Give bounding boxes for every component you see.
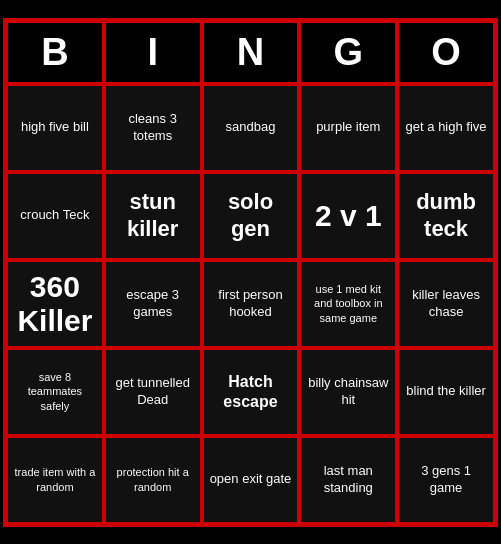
header-n: N [202, 21, 300, 84]
bingo-cell-12[interactable]: first person hooked [202, 260, 300, 348]
cell-text-9: dumb teck [403, 189, 489, 242]
bingo-cell-15[interactable]: save 8 teammates safely [6, 348, 104, 436]
bingo-card: B I N G O high five billcleans 3 totemss… [3, 18, 498, 527]
cell-text-14: killer leaves chase [403, 287, 489, 321]
cell-text-24: 3 gens 1 game [403, 463, 489, 497]
cell-text-17: Hatch escape [208, 372, 294, 410]
header-i: I [104, 21, 202, 84]
bingo-cell-19[interactable]: blind the killer [397, 348, 495, 436]
cell-text-4: get a high five [406, 119, 487, 136]
bingo-grid: high five billcleans 3 totemssandbagpurp… [6, 84, 495, 524]
bingo-cell-0[interactable]: high five bill [6, 84, 104, 172]
bingo-cell-7[interactable]: solo gen [202, 172, 300, 260]
cell-text-11: escape 3 games [110, 287, 196, 321]
bingo-cell-5[interactable]: crouch Teck [6, 172, 104, 260]
bingo-cell-6[interactable]: stun killer [104, 172, 202, 260]
header-g: G [299, 21, 397, 84]
bingo-cell-21[interactable]: protection hit a random [104, 436, 202, 524]
bingo-cell-3[interactable]: purple item [299, 84, 397, 172]
cell-text-16: get tunnelled Dead [110, 375, 196, 409]
cell-text-8: 2 v 1 [315, 199, 382, 233]
cell-text-7: solo gen [208, 189, 294, 242]
cell-text-22: open exit gate [210, 471, 292, 488]
cell-text-1: cleans 3 totems [110, 111, 196, 145]
bingo-cell-16[interactable]: get tunnelled Dead [104, 348, 202, 436]
bingo-cell-9[interactable]: dumb teck [397, 172, 495, 260]
cell-text-21: protection hit a random [110, 465, 196, 494]
cell-text-12: first person hooked [208, 287, 294, 321]
bingo-cell-18[interactable]: billy chainsaw hit [299, 348, 397, 436]
cell-text-20: trade item with a random [12, 465, 98, 494]
bingo-cell-17[interactable]: Hatch escape [202, 348, 300, 436]
bingo-cell-11[interactable]: escape 3 games [104, 260, 202, 348]
bingo-cell-23[interactable]: last man standing [299, 436, 397, 524]
bingo-cell-24[interactable]: 3 gens 1 game [397, 436, 495, 524]
bingo-cell-4[interactable]: get a high five [397, 84, 495, 172]
cell-text-0: high five bill [21, 119, 89, 136]
cell-text-6: stun killer [110, 189, 196, 242]
cell-text-18: billy chainsaw hit [305, 375, 391, 409]
cell-text-3: purple item [316, 119, 380, 136]
cell-text-5: crouch Teck [20, 207, 89, 224]
bingo-cell-13[interactable]: use 1 med kit and toolbox in same game [299, 260, 397, 348]
header-o: O [397, 21, 495, 84]
cell-text-13: use 1 med kit and toolbox in same game [305, 282, 391, 325]
bingo-cell-8[interactable]: 2 v 1 [299, 172, 397, 260]
cell-text-10: 360 Killer [12, 270, 98, 338]
bingo-cell-10[interactable]: 360 Killer [6, 260, 104, 348]
cell-text-15: save 8 teammates safely [12, 370, 98, 413]
header-b: B [6, 21, 104, 84]
bingo-cell-2[interactable]: sandbag [202, 84, 300, 172]
cell-text-19: blind the killer [406, 383, 486, 400]
cell-text-2: sandbag [226, 119, 276, 136]
bingo-cell-22[interactable]: open exit gate [202, 436, 300, 524]
bingo-cell-14[interactable]: killer leaves chase [397, 260, 495, 348]
cell-text-23: last man standing [305, 463, 391, 497]
bingo-cell-20[interactable]: trade item with a random [6, 436, 104, 524]
bingo-cell-1[interactable]: cleans 3 totems [104, 84, 202, 172]
bingo-header: B I N G O [6, 21, 495, 84]
